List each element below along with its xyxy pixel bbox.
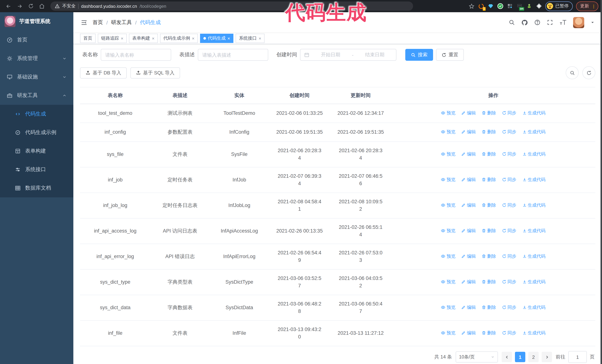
fullscreen-icon[interactable] — [547, 19, 553, 26]
sync-action[interactable]: 同步 — [502, 329, 516, 337]
user-avatar[interactable] — [573, 17, 584, 28]
edit-action[interactable]: 编辑 — [461, 227, 476, 234]
preview-action[interactable]: 预览 — [441, 329, 455, 337]
generate-code-action[interactable]: 生成代码 — [522, 128, 546, 135]
sidebar-item-devtools[interactable]: 研发工具 — [0, 86, 73, 105]
sidebar-subitem-db-docs[interactable]: 数据库文档 — [0, 179, 73, 197]
extension-icon-gem[interactable] — [487, 3, 494, 9]
generate-code-action[interactable]: 生成代码 — [522, 329, 546, 337]
edit-action[interactable]: 编辑 — [461, 109, 476, 117]
show-search-toggle-button[interactable] — [566, 66, 579, 79]
table-name-input[interactable] — [101, 49, 171, 61]
help-icon[interactable] — [534, 19, 540, 26]
close-icon[interactable]: × — [258, 36, 261, 41]
tag-tracing[interactable]: 链路追踪 × — [98, 34, 127, 43]
date-range-picker[interactable]: 开始日期 - 结束日期 — [300, 49, 396, 61]
reset-button[interactable]: 重置 — [436, 49, 464, 61]
delete-action[interactable]: 删除 — [482, 252, 496, 260]
sync-action[interactable]: 同步 — [502, 176, 516, 183]
tag-codegen-active[interactable]: 代码生成 × — [200, 34, 233, 43]
generate-code-action[interactable]: 生成代码 — [522, 150, 546, 158]
preview-action[interactable]: 预览 — [441, 128, 455, 135]
browser-back-button[interactable] — [4, 1, 13, 11]
import-sql-button[interactable]: 基于 SQL 导入 — [130, 67, 180, 78]
generate-code-action[interactable]: 生成代码 — [522, 252, 546, 260]
profile-paused-badge[interactable]: 已暂停 — [545, 1, 573, 11]
extensions-puzzle-icon[interactable] — [536, 3, 542, 9]
browser-reload-button[interactable] — [26, 1, 36, 11]
extension-icon-grid[interactable] — [507, 3, 513, 9]
preview-action[interactable]: 预览 — [441, 304, 455, 311]
delete-action[interactable]: 删除 — [482, 329, 496, 337]
sync-action[interactable]: 同步 — [502, 150, 516, 158]
next-page-button[interactable] — [542, 352, 552, 362]
page-button-1[interactable]: 1 — [515, 352, 525, 362]
browser-home-button[interactable] — [37, 1, 47, 11]
delete-action[interactable]: 删除 — [482, 128, 496, 135]
prev-page-button[interactable] — [502, 352, 512, 362]
generate-code-action[interactable]: 生成代码 — [522, 201, 546, 209]
extension-icon-bot[interactable] — [526, 3, 532, 9]
sync-action[interactable]: 同步 — [502, 227, 516, 234]
github-icon[interactable] — [521, 19, 528, 26]
edit-action[interactable]: 编辑 — [461, 329, 476, 337]
delete-action[interactable]: 删除 — [482, 304, 496, 311]
page-button-2[interactable]: 2 — [528, 352, 539, 362]
sync-action[interactable]: 同步 — [502, 278, 516, 285]
sidebar-subitem-form-builder[interactable]: 表单构建 — [0, 142, 73, 160]
edit-action[interactable]: 编辑 — [461, 252, 476, 260]
extension-icon-green-check[interactable] — [497, 3, 504, 9]
extension-icon-dark-on[interactable]: on — [516, 3, 523, 9]
bookmark-star-icon[interactable] — [468, 3, 474, 9]
preview-action[interactable]: 预览 — [441, 150, 455, 158]
generate-code-action[interactable]: 生成代码 — [522, 304, 546, 311]
tag-form-builder[interactable]: 表单构建 × — [129, 34, 158, 43]
preview-action[interactable]: 预览 — [441, 176, 455, 183]
sidebar-subitem-codegen-example[interactable]: 代码生成示例 — [0, 123, 73, 142]
edit-action[interactable]: 编辑 — [461, 278, 476, 285]
generate-code-action[interactable]: 生成代码 — [522, 278, 546, 285]
font-size-icon[interactable] — [559, 19, 567, 26]
preview-action[interactable]: 预览 — [441, 227, 455, 234]
delete-action[interactable]: 删除 — [482, 150, 496, 158]
sidebar-item-system[interactable]: 系统管理 — [0, 49, 73, 68]
sync-action[interactable]: 同步 — [502, 304, 516, 311]
search-icon[interactable] — [509, 19, 515, 26]
page-size-select[interactable]: 10条/页 — [456, 351, 498, 363]
sidebar-toggle-icon[interactable] — [81, 19, 87, 26]
generate-code-action[interactable]: 生成代码 — [522, 176, 546, 183]
tag-home[interactable]: 首页 — [80, 34, 96, 43]
sync-action[interactable]: 同步 — [502, 109, 516, 117]
close-icon[interactable]: × — [192, 36, 194, 41]
sidebar-subitem-api[interactable]: 系统接口 — [0, 160, 73, 179]
table-desc-input[interactable] — [198, 49, 268, 61]
app-logo-row[interactable]: 芋道管理系统 — [0, 12, 73, 31]
delete-action[interactable]: 删除 — [482, 201, 496, 209]
breadcrumb-devtools[interactable]: 研发工具 — [111, 19, 132, 26]
import-db-button[interactable]: 基于 DB 导入 — [80, 67, 127, 78]
preview-action[interactable]: 预览 — [441, 252, 455, 260]
browser-forward-button[interactable] — [15, 1, 24, 11]
edit-action[interactable]: 编辑 — [461, 304, 476, 311]
sidebar-item-home[interactable]: 首页 — [0, 31, 73, 49]
delete-action[interactable]: 删除 — [482, 109, 496, 117]
preview-action[interactable]: 预览 — [441, 109, 455, 117]
close-icon[interactable]: × — [121, 36, 123, 41]
browser-update-button[interactable]: 更新 ⋮ — [576, 1, 598, 11]
search-button[interactable]: 搜索 — [405, 49, 433, 61]
edit-action[interactable]: 编辑 — [461, 150, 476, 158]
edit-action[interactable]: 编辑 — [461, 128, 476, 135]
user-menu-caret-icon[interactable] — [591, 20, 595, 24]
sync-action[interactable]: 同步 — [502, 128, 516, 135]
close-icon[interactable]: × — [152, 36, 154, 41]
sync-action[interactable]: 同步 — [502, 201, 516, 209]
sync-action[interactable]: 同步 — [502, 252, 516, 260]
refresh-table-button[interactable] — [582, 66, 595, 79]
breadcrumb-home[interactable]: 首页 — [93, 19, 103, 26]
tag-api[interactable]: 系统接口 × — [236, 34, 265, 43]
browser-scrollbar[interactable] — [601, 0, 602, 364]
tag-codegen-example[interactable]: 代码生成示例 × — [160, 34, 198, 43]
close-icon[interactable]: × — [227, 36, 230, 41]
generate-code-action[interactable]: 生成代码 — [522, 227, 546, 234]
generate-code-action[interactable]: 生成代码 — [522, 109, 546, 117]
